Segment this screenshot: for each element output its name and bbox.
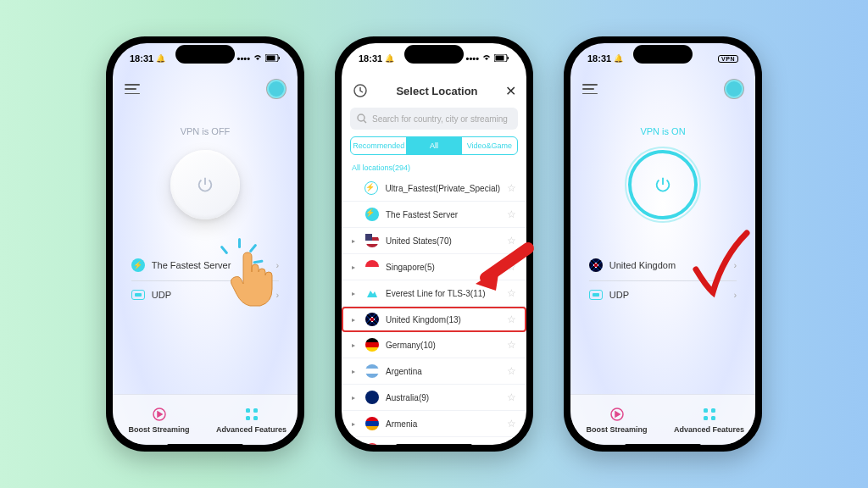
tab-video-game[interactable]: Video&Game: [462, 137, 517, 154]
protocol-label: UDP: [152, 290, 171, 300]
location-name: United Kingdom(13): [386, 315, 461, 324]
play-icon: [609, 407, 625, 422]
power-icon: [196, 175, 214, 194]
wifi-icon: [481, 53, 492, 64]
svg-rect-5: [253, 408, 258, 413]
svg-rect-14: [704, 408, 708, 413]
boost-label: Boost Streaming: [586, 425, 647, 434]
flag-icon: [365, 391, 379, 404]
phone-frame-3: 18:31 🔔 VPN VPN is ON United Kingdom: [564, 36, 762, 452]
bottom-actions: Boost Streaming Advanced Features: [113, 394, 298, 445]
advanced-features-button[interactable]: Advanced Features: [663, 395, 755, 445]
app-header: [570, 74, 755, 104]
power-button[interactable]: [628, 150, 698, 219]
advanced-features-button[interactable]: Advanced Features: [205, 395, 298, 445]
favorite-star-icon[interactable]: ☆: [507, 313, 516, 325]
vpn-status-badge: VPN: [718, 55, 738, 63]
svg-rect-16: [704, 416, 708, 420]
menu-icon[interactable]: [582, 84, 598, 94]
status-time: 18:31: [130, 53, 153, 64]
flag-icon: [365, 313, 379, 326]
power-button[interactable]: [170, 150, 240, 219]
expand-icon: ▸: [352, 316, 359, 324]
favorite-star-icon[interactable]: ☆: [507, 339, 516, 351]
svg-rect-17: [711, 416, 715, 420]
home-indicator: [396, 444, 472, 447]
back-button[interactable]: [352, 82, 369, 99]
location-name: Germany(10): [386, 341, 436, 350]
alarm-icon: 🔔: [385, 54, 394, 63]
alarm-icon: 🔔: [614, 54, 623, 63]
svg-rect-7: [253, 416, 258, 420]
uk-flag-icon: [589, 258, 603, 272]
notch: [404, 45, 464, 64]
expand-icon: ▸: [352, 420, 359, 428]
expand-icon: ▸: [352, 263, 359, 271]
location-item[interactable]: ▸Germany(10)☆: [342, 332, 526, 358]
favorite-star-icon[interactable]: ☆: [507, 418, 516, 430]
search-input[interactable]: Search for country, city or streaming: [350, 108, 518, 130]
favorite-star-icon[interactable]: ☆: [507, 444, 516, 445]
success-checkmark-overlay: [689, 223, 757, 311]
location-item[interactable]: ▸Australia(9)☆: [342, 385, 526, 411]
bolt-icon: ⚡: [131, 258, 145, 272]
protocol-label: UDP: [609, 290, 629, 300]
location-name: Singapore(5): [386, 263, 435, 272]
close-button[interactable]: ✕: [505, 83, 516, 99]
vpn-status-label: VPN is OFF: [181, 126, 231, 136]
flag-icon: [365, 443, 379, 445]
svg-rect-2: [279, 57, 281, 59]
location-item[interactable]: ▸Argentina☆: [342, 358, 526, 385]
home-indicator: [167, 444, 243, 447]
svg-rect-6: [246, 416, 250, 420]
vpn-status-label: VPN is ON: [640, 126, 685, 136]
expand-icon: ▸: [352, 368, 359, 375]
protocol-icon: [589, 290, 603, 300]
advanced-label: Advanced Features: [674, 425, 744, 434]
location-name: The Fastest Server: [386, 210, 458, 219]
phone-frame-1: 18:31 🔔 •••• VPN is OFF ⚡ The: [106, 36, 304, 452]
tab-all[interactable]: All: [406, 137, 461, 154]
favorite-star-icon[interactable]: ☆: [507, 208, 516, 220]
alarm-icon: 🔔: [156, 54, 165, 63]
avatar[interactable]: [267, 80, 286, 98]
list-header: All locations(294): [342, 160, 526, 175]
svg-point-12: [358, 114, 364, 121]
location-item[interactable]: ⚡The Fastest Server☆: [342, 202, 526, 228]
expand-icon: ▸: [352, 290, 359, 297]
status-time: 18:31: [587, 53, 611, 64]
search-placeholder: Search for country, city or streaming: [372, 114, 508, 124]
boost-streaming-button[interactable]: Boost Streaming: [570, 395, 663, 445]
play-icon: [152, 407, 167, 422]
battery-icon: [265, 53, 281, 64]
tab-recommended[interactable]: Recommended: [351, 137, 406, 154]
notch: [633, 45, 693, 64]
favorite-star-icon[interactable]: ☆: [507, 182, 516, 194]
menu-icon[interactable]: [125, 84, 140, 94]
expand-icon: ▸: [352, 394, 359, 402]
advanced-label: Advanced Features: [216, 425, 287, 434]
power-icon: [654, 175, 672, 194]
svg-rect-9: [496, 56, 504, 61]
flag-icon: [365, 417, 379, 430]
location-name: United States(70): [386, 236, 452, 246]
location-item[interactable]: ▸Armenia☆: [342, 411, 526, 437]
home-indicator: [625, 444, 701, 447]
location-name: Ultra_Fastest(Private_Special): [385, 184, 500, 193]
location-name: Armenia: [386, 419, 417, 429]
wifi-icon: [253, 53, 263, 64]
notch: [175, 45, 235, 64]
status-time: 18:31: [359, 53, 382, 64]
location-list[interactable]: ⚡Ultra_Fastest(Private_Special)☆⚡The Fas…: [342, 175, 526, 445]
location-item[interactable]: ⚡Ultra_Fastest(Private_Special)☆: [342, 175, 526, 202]
avatar[interactable]: [725, 80, 743, 98]
flag-icon: [365, 260, 379, 274]
flag-icon: [365, 286, 379, 300]
boost-streaming-button[interactable]: Boost Streaming: [113, 395, 205, 445]
location-item[interactable]: ▸United Kingdom(13)☆: [342, 307, 526, 332]
tap-gesture-overlay: [218, 240, 277, 311]
favorite-star-icon[interactable]: ☆: [507, 391, 516, 403]
bottom-actions: Boost Streaming Advanced Features: [570, 394, 755, 445]
favorite-star-icon[interactable]: ☆: [507, 365, 516, 377]
svg-rect-15: [711, 408, 715, 413]
